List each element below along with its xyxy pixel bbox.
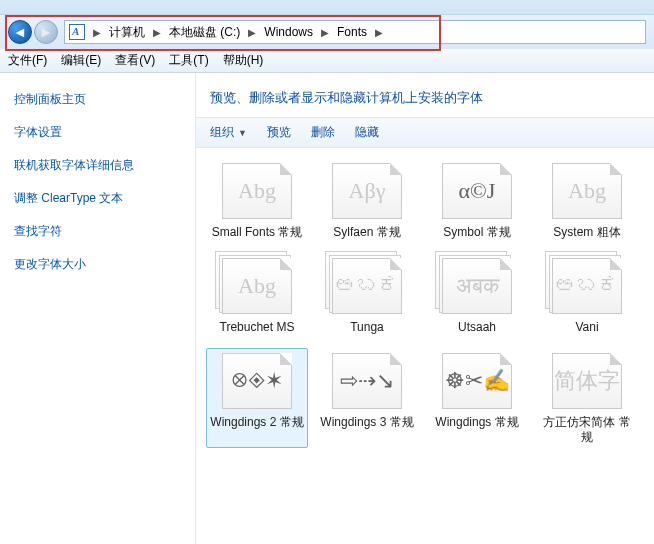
breadcrumb-segment[interactable]: 计算机 — [105, 21, 149, 43]
page-fold-icon — [390, 163, 402, 175]
page-fold-icon — [280, 163, 292, 175]
menu-file[interactable]: 文件(F) — [8, 52, 47, 69]
window-chrome-fragment — [0, 0, 654, 15]
forward-arrow-icon: ► — [39, 24, 53, 40]
toolbar-hide-button[interactable]: 隐藏 — [355, 124, 379, 141]
font-item[interactable]: AbgSmall Fonts 常规 — [206, 158, 308, 243]
breadcrumb-segment[interactable]: Fonts — [333, 21, 371, 43]
font-thumbnail: Abg — [222, 258, 292, 314]
breadcrumb-segment[interactable]: Windows — [260, 21, 317, 43]
font-item[interactable]: ⇨⇢↘Wingdings 3 常规 — [316, 348, 418, 448]
menu-help[interactable]: 帮助(H) — [223, 52, 264, 69]
font-thumbnail: 简体字 — [552, 353, 622, 409]
font-label: System 粗体 — [553, 225, 620, 240]
toolbar-organize-label: 组织 — [210, 124, 234, 141]
page-fold-icon — [500, 353, 512, 365]
sidebar-link-online-font-info[interactable]: 联机获取字体详细信息 — [14, 157, 195, 174]
breadcrumb-segment[interactable]: 本地磁盘 (C:) — [165, 21, 244, 43]
page-fold-icon — [390, 258, 402, 270]
font-thumbnail: Abg — [222, 163, 292, 219]
fonts-folder-icon — [69, 24, 85, 40]
font-item[interactable]: अबकUtsaah — [426, 253, 528, 338]
font-item[interactable]: AbgTrebuchet MS — [206, 253, 308, 338]
back-button[interactable]: ◄ — [8, 20, 32, 44]
main-panel: 预览、删除或者显示和隐藏计算机上安装的字体 组织 ▼ 预览 删除 隐藏 AbgS… — [196, 73, 654, 544]
sidebar-link-find-char[interactable]: 查找字符 — [14, 223, 195, 240]
font-thumbnail: ꕕ◈✶ — [222, 353, 292, 409]
breadcrumb-bar[interactable]: ▶ 计算机▶本地磁盘 (C:)▶Windows▶Fonts▶ — [64, 20, 646, 44]
nav-buttons: ◄ ► — [8, 20, 58, 44]
sidebar-link-font-settings[interactable]: 字体设置 — [14, 124, 195, 141]
font-label: Utsaah — [458, 320, 496, 335]
back-arrow-icon: ◄ — [13, 24, 27, 40]
font-thumbnail: Abg — [552, 163, 622, 219]
sidebar-link-change-size[interactable]: 更改字体大小 — [14, 256, 195, 273]
page-fold-icon — [610, 163, 622, 175]
menu-view[interactable]: 查看(V) — [115, 52, 155, 69]
font-item[interactable]: AβγSylfaen 常规 — [316, 158, 418, 243]
font-thumbnail: α©J — [442, 163, 512, 219]
font-label: Sylfaen 常规 — [333, 225, 400, 240]
sidebar-link-control-panel-home[interactable]: 控制面板主页 — [14, 91, 195, 108]
font-thumbnail: Aβγ — [332, 163, 402, 219]
dropdown-caret-icon: ▼ — [238, 128, 247, 138]
font-thumbnail: अबक — [442, 258, 512, 314]
sidebar-link-cleartype[interactable]: 调整 ClearType 文本 — [14, 190, 195, 207]
breadcrumb-sep-icon[interactable]: ▶ — [149, 27, 165, 38]
font-item[interactable]: α©JSymbol 常规 — [426, 158, 528, 243]
breadcrumb-sep-icon[interactable]: ▶ — [244, 27, 260, 38]
font-grid-scroll[interactable]: AbgSmall Fonts 常规AβγSylfaen 常规α©JSymbol … — [196, 148, 654, 544]
toolbar-organize-button[interactable]: 组织 ▼ — [210, 124, 247, 141]
font-thumbnail: ಅಬಕ — [332, 258, 402, 314]
sidebar: 控制面板主页 字体设置 联机获取字体详细信息 调整 ClearType 文本 查… — [0, 73, 196, 544]
breadcrumb-sep-icon[interactable]: ▶ — [89, 27, 105, 38]
toolbar-preview-button[interactable]: 预览 — [267, 124, 291, 141]
font-item[interactable]: ☸✂✍Wingdings 常规 — [426, 348, 528, 448]
font-label: Vani — [575, 320, 598, 335]
breadcrumb-sep-icon[interactable]: ▶ — [371, 27, 387, 38]
page-title: 预览、删除或者显示和隐藏计算机上安装的字体 — [196, 73, 654, 117]
toolbar: 组织 ▼ 预览 删除 隐藏 — [196, 117, 654, 148]
font-thumbnail: ⇨⇢↘ — [332, 353, 402, 409]
page-fold-icon — [500, 258, 512, 270]
page-fold-icon — [280, 258, 292, 270]
forward-button[interactable]: ► — [34, 20, 58, 44]
font-label: Wingdings 常规 — [435, 415, 518, 430]
page-fold-icon — [390, 353, 402, 365]
font-thumbnail: ☸✂✍ — [442, 353, 512, 409]
page-fold-icon — [610, 258, 622, 270]
font-label: Tunga — [350, 320, 384, 335]
font-item[interactable]: ಅಬಕVani — [536, 253, 638, 338]
font-label: Trebuchet MS — [220, 320, 295, 335]
font-item[interactable]: AbgSystem 粗体 — [536, 158, 638, 243]
font-item[interactable]: ꕕ◈✶Wingdings 2 常规 — [206, 348, 308, 448]
font-thumbnail: ಅಬಕ — [552, 258, 622, 314]
font-label: 方正仿宋简体 常规 — [539, 415, 635, 445]
font-grid: AbgSmall Fonts 常规AβγSylfaen 常规α©JSymbol … — [206, 158, 648, 448]
address-bar-row: ◄ ► ▶ 计算机▶本地磁盘 (C:)▶Windows▶Fonts▶ — [0, 15, 654, 49]
breadcrumb-sep-icon[interactable]: ▶ — [317, 27, 333, 38]
font-item[interactable]: ಅಬಕTunga — [316, 253, 418, 338]
font-label: Wingdings 2 常规 — [210, 415, 303, 430]
menu-edit[interactable]: 编辑(E) — [61, 52, 101, 69]
font-item[interactable]: 简体字方正仿宋简体 常规 — [536, 348, 638, 448]
page-fold-icon — [500, 163, 512, 175]
font-label: Small Fonts 常规 — [212, 225, 303, 240]
toolbar-delete-button[interactable]: 删除 — [311, 124, 335, 141]
page-fold-icon — [280, 353, 292, 365]
page-fold-icon — [610, 353, 622, 365]
menu-bar: 文件(F) 编辑(E) 查看(V) 工具(T) 帮助(H) — [0, 49, 654, 73]
menu-tools[interactable]: 工具(T) — [169, 52, 208, 69]
font-label: Wingdings 3 常规 — [320, 415, 413, 430]
font-label: Symbol 常规 — [443, 225, 510, 240]
